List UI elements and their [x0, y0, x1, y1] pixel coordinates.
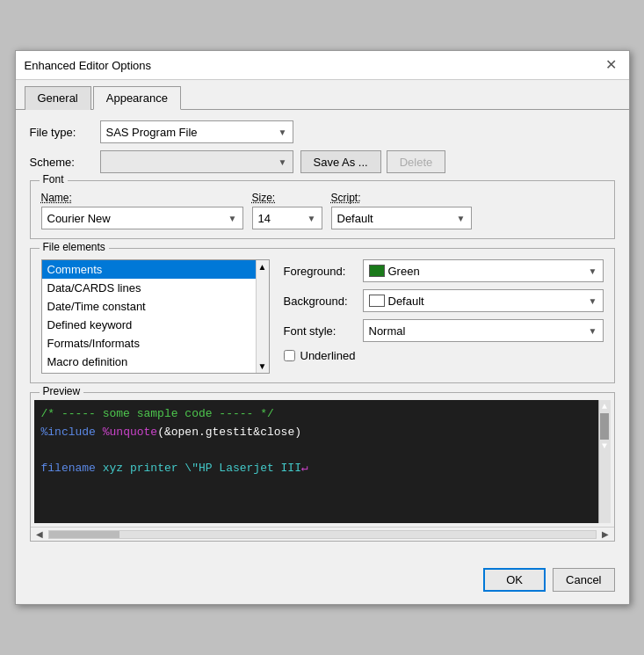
list-item[interactable]: Data/CARDS lines: [42, 279, 269, 297]
preview-hscroll-thumb: [49, 531, 119, 538]
scheme-row: Scheme: ▼ Save As ... Delete: [30, 150, 615, 173]
list-item[interactable]: Comments: [42, 260, 269, 279]
font-script-label: Script:: [331, 192, 472, 204]
scheme-label: Scheme:: [30, 156, 100, 169]
foreground-swatch: [369, 265, 385, 277]
background-value: Default: [388, 295, 424, 308]
preview-hscrollbar[interactable]: ◀ ▶: [31, 527, 614, 541]
background-swatch: [369, 295, 385, 307]
dialog-title: Enhanced Editor Options: [25, 59, 152, 72]
save-as-button[interactable]: Save As ...: [300, 150, 381, 173]
listbox-scroll-up-icon[interactable]: ▲: [258, 262, 267, 272]
font-style-value: Normal: [369, 324, 406, 338]
font-style-arrow-icon: ▼: [589, 326, 597, 336]
file-type-row: File type: SAS Program File ▼: [30, 120, 615, 143]
dialog: Enhanced Editor Options ✕ General Appear…: [15, 50, 630, 605]
title-bar: Enhanced Editor Options ✕: [16, 51, 629, 80]
font-style-row: Font style: Normal ▼: [284, 319, 604, 342]
background-row: Background: Default ▼: [284, 289, 604, 312]
preview-line-3: [41, 442, 604, 461]
underlined-label[interactable]: Underlined: [300, 349, 356, 362]
props-panel: Foreground: Green ▼ Background: Default: [284, 259, 604, 374]
font-name-select[interactable]: Courier New ▼: [41, 207, 243, 229]
dialog-footer: OK Cancel: [16, 561, 629, 604]
listbox-wrap: Comments Data/CARDS lines Date/Time cons…: [41, 259, 270, 374]
list-item[interactable]: Formats/Informats: [42, 334, 269, 353]
preview-line-1: /* ----- some sample code ----- */: [41, 405, 604, 424]
font-style-select[interactable]: Normal ▼: [363, 319, 604, 342]
font-script-select[interactable]: Default ▼: [331, 207, 472, 229]
font-section-label: Font: [40, 173, 68, 186]
font-section: Font Name: Courier New ▼ Size: 14 ▼: [30, 180, 615, 239]
preview-hscroll-left-icon[interactable]: ◀: [33, 529, 47, 539]
preview-vscrollbar[interactable]: ▲ ▼: [598, 400, 611, 523]
foreground-select[interactable]: Green ▼: [363, 259, 604, 282]
tabs-bar: General Appearance: [16, 80, 629, 110]
preview-section: Preview /* ----- some sample code ----- …: [30, 392, 615, 542]
foreground-label: Foreground:: [284, 265, 363, 278]
font-script-value: Default: [337, 212, 373, 225]
close-button[interactable]: ✕: [602, 56, 620, 74]
list-item[interactable]: Macro definition: [42, 353, 269, 371]
foreground-row: Foreground: Green ▼: [284, 259, 604, 282]
cancel-button[interactable]: Cancel: [553, 568, 614, 592]
list-item[interactable]: Date/Time constant: [42, 297, 269, 316]
font-size-value: 14: [258, 212, 271, 225]
preview-line-2: %include %unquote(&open.gtestit&close): [41, 424, 604, 442]
font-script-col: Script: Default ▼: [331, 192, 472, 229]
content-area: File type: SAS Program File ▼ Scheme: ▼ …: [16, 110, 629, 561]
font-name-col: Name: Courier New ▼: [41, 192, 243, 229]
file-type-value: SAS Program File: [106, 126, 198, 139]
preview-hscroll-track[interactable]: [48, 530, 597, 539]
font-name-label: Name:: [41, 192, 243, 204]
preview-container: /* ----- some sample code ----- */ %incl…: [31, 400, 614, 541]
font-name-value: Courier New: [47, 212, 111, 225]
elements-listbox[interactable]: Comments Data/CARDS lines Date/Time cons…: [41, 259, 270, 374]
listbox-scroll-down-icon[interactable]: ▼: [258, 361, 267, 371]
font-row: Name: Courier New ▼ Size: 14 ▼ Script:: [41, 192, 604, 229]
font-size-arrow-icon: ▼: [308, 214, 316, 223]
font-name-arrow-icon: ▼: [228, 214, 237, 223]
preview-label: Preview: [40, 385, 84, 397]
font-style-label: Font style:: [284, 324, 363, 338]
background-label: Background:: [284, 295, 363, 308]
file-elements-section: File elements Comments Data/CARDS lines …: [30, 248, 615, 383]
font-size-col: Size: 14 ▼: [252, 192, 322, 229]
foreground-arrow-icon: ▼: [589, 266, 597, 276]
file-elements-inner: Comments Data/CARDS lines Date/Time cons…: [41, 259, 604, 374]
file-type-select[interactable]: SAS Program File ▼: [100, 120, 293, 143]
scheme-select[interactable]: ▼: [100, 150, 293, 173]
background-select[interactable]: Default ▼: [363, 289, 604, 312]
underlined-checkbox[interactable]: [284, 350, 295, 361]
font-script-arrow-icon: ▼: [457, 214, 466, 223]
background-arrow-icon: ▼: [589, 296, 597, 306]
ok-button[interactable]: OK: [483, 568, 546, 592]
list-item[interactable]: Defined keyword: [42, 316, 269, 334]
file-type-arrow-icon: ▼: [279, 127, 287, 137]
preview-hscroll-right-icon[interactable]: ▶: [598, 529, 612, 539]
list-item[interactable]: Macro keyword: [42, 371, 269, 374]
preview-line-4: filename xyz printer \"HP Laserjet III↵: [41, 460, 604, 478]
font-size-select[interactable]: 14 ▼: [252, 207, 322, 229]
underlined-row: Underlined: [284, 349, 604, 362]
scheme-arrow-icon: ▼: [279, 157, 287, 167]
foreground-value: Green: [388, 265, 420, 278]
preview-scroll-down-icon[interactable]: ▼: [602, 441, 607, 453]
file-type-label: File type:: [30, 126, 100, 139]
preview-scroll-up-icon[interactable]: ▲: [602, 400, 607, 411]
font-size-label: Size:: [252, 192, 322, 204]
preview-box: /* ----- some sample code ----- */ %incl…: [34, 400, 611, 523]
preview-scroll-thumb: [600, 413, 609, 440]
tab-general[interactable]: General: [25, 86, 91, 110]
delete-button[interactable]: Delete: [387, 150, 446, 173]
tab-appearance[interactable]: Appearance: [93, 86, 181, 110]
file-elements-label: File elements: [40, 241, 109, 253]
